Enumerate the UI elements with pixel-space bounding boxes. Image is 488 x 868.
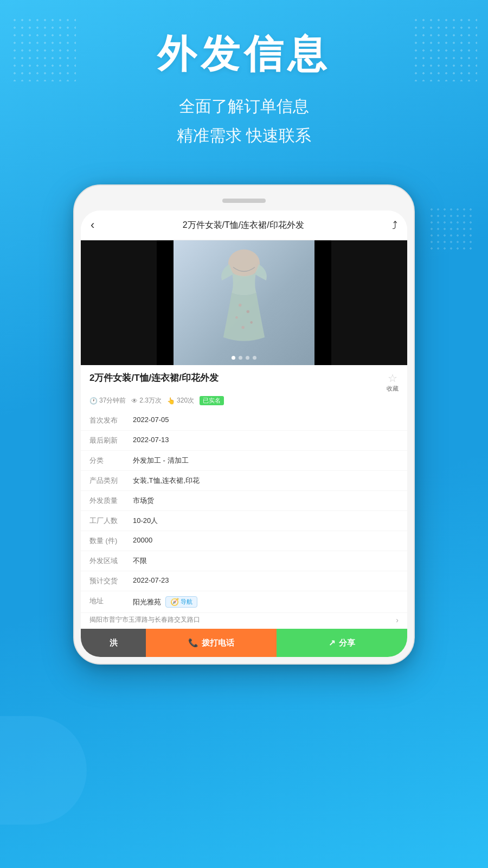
address-sub-text: 揭阳市普宁市玉潭路与长春路交叉路口	[89, 615, 200, 624]
favorite-button[interactable]: ☆ 收藏	[387, 372, 399, 393]
dot-2	[239, 356, 242, 360]
phone-notch-bar	[81, 195, 407, 205]
back-button[interactable]: ‹	[91, 218, 94, 232]
details-table: 首次发布 2022-07-05 最后刷新 2022-07-13 分类 外发加工 …	[81, 411, 407, 629]
views: 2.3万次	[139, 396, 162, 405]
call-icon: 📞	[188, 638, 198, 648]
carousel-main-image	[174, 240, 314, 365]
detail-label-5: 工厂人数	[89, 516, 133, 526]
detail-value-9: 阳光雅苑 🧭 导航	[133, 596, 399, 608]
detail-label-2: 分类	[89, 456, 133, 465]
product-title-row: 2万件女装/T恤/连衣裙/印花外发 ☆ 收藏	[89, 372, 399, 393]
time-meta: 🕐 37分钟前	[89, 396, 126, 405]
navigate-button[interactable]: 🧭 导航	[165, 596, 197, 608]
carousel-dots	[232, 356, 256, 360]
hand-icon: 👆	[167, 397, 175, 405]
detail-row-category: 分类 外发加工 - 清加工	[81, 451, 407, 471]
dots-decoration-br	[428, 206, 472, 250]
svg-point-0	[228, 250, 260, 277]
carousel-black-left	[81, 240, 157, 365]
detail-row-delivery: 预计交货 2022-07-23	[81, 571, 407, 591]
product-title: 2万件女装/T恤/连衣裙/印花外发	[89, 372, 381, 384]
detail-label-7: 外发区域	[89, 556, 133, 566]
carousel-black-right	[331, 240, 407, 365]
time-ago: 37分钟前	[99, 396, 126, 405]
detail-value-4: 市场货	[133, 496, 399, 506]
call-button[interactable]: 📞 拨打电话	[146, 629, 277, 657]
views-meta: 👁 2.3万次	[131, 396, 162, 405]
sub-line1: 全面了解订单信息	[179, 97, 309, 115]
detail-value-1: 2022-07-13	[133, 436, 399, 444]
phone-frame: ‹ 2万件女装/T恤/连衣裙/印花外发 ⤴	[73, 184, 415, 665]
detail-label-4: 外发质量	[89, 496, 133, 506]
verified-badge: 已实名	[200, 396, 224, 405]
dot-4	[253, 356, 256, 360]
sub-title: 全面了解订单信息 精准需求 快速联系	[0, 92, 488, 150]
call-label: 拨打电话	[202, 638, 234, 648]
nav-label: 导航	[181, 598, 192, 606]
favorite-label: 收藏	[387, 385, 399, 393]
phone-mockup: ‹ 2万件女装/T恤/连衣裙/印花外发 ⤴	[73, 184, 415, 665]
detail-value-6: 20000	[133, 536, 399, 544]
address-row: 阳光雅苑 🧭 导航	[133, 596, 399, 608]
detail-row-factory-size: 工厂人数 10-20人	[81, 511, 407, 531]
contact-button[interactable]: 洪	[81, 629, 146, 657]
svg-point-1	[239, 304, 241, 307]
touches: 320次	[177, 396, 194, 405]
product-info-section: 2万件女装/T恤/连衣裙/印花外发 ☆ 收藏 🕐 37分钟前 👁 2.3万次	[81, 365, 407, 410]
app-header: ‹ 2万件女装/T恤/连衣裙/印花外发 ⤴	[81, 210, 407, 240]
share-icon-btn: ↗	[329, 638, 336, 648]
detail-value-5: 10-20人	[133, 516, 399, 526]
share-button[interactable]: ↗ 分享	[277, 629, 407, 657]
nav-icon: 🧭	[170, 598, 179, 606]
star-icon: ☆	[388, 372, 397, 385]
detail-label-8: 预计交货	[89, 576, 133, 586]
detail-row-region: 外发区域 不限	[81, 551, 407, 571]
eye-icon: 👁	[131, 397, 138, 405]
detail-row-quantity: 数量 (件) 20000	[81, 531, 407, 551]
detail-label-6: 数量 (件)	[89, 536, 133, 546]
detail-value-7: 不限	[133, 556, 399, 566]
detail-value-2: 外发加工 - 清加工	[133, 456, 399, 465]
dot-1	[232, 356, 235, 360]
svg-point-2	[247, 310, 249, 313]
bottom-action-bar: 洪 📞 拨打电话 ↗ 分享	[81, 629, 407, 657]
address-name: 阳光雅苑	[133, 597, 161, 607]
share-label: 分享	[339, 638, 355, 648]
detail-row-product-type: 产品类别 女装,T恤,连衣裙,印花	[81, 471, 407, 491]
header-section: 外发信息 全面了解订单信息 精准需求 快速联系	[0, 33, 488, 150]
detail-row-quality: 外发质量 市场货	[81, 491, 407, 511]
detail-label-0: 首次发布	[89, 416, 133, 425]
detail-value-8: 2022-07-23	[133, 576, 399, 584]
main-title: 外发信息	[0, 33, 488, 75]
contact-label: 洪	[110, 638, 118, 648]
touches-meta: 👆 320次	[167, 396, 194, 405]
share-icon[interactable]: ⤴	[392, 219, 397, 232]
svg-point-4	[250, 321, 253, 324]
detail-label-9: 地址	[89, 596, 133, 606]
dress-illustration	[201, 248, 287, 357]
detail-row-first-publish: 首次发布 2022-07-05	[81, 411, 407, 431]
phone-screen: ‹ 2万件女装/T恤/连衣裙/印花外发 ⤴	[81, 210, 407, 657]
detail-row-address: 地址 阳光雅苑 🧭 导航	[81, 591, 407, 613]
phone-notch-pill	[222, 199, 266, 203]
clock-icon: 🕐	[89, 397, 98, 405]
address-sub-row[interactable]: 揭阳市普宁市玉潭路与长春路交叉路口 ›	[81, 613, 407, 629]
detail-value-3: 女装,T恤,连衣裙,印花	[133, 476, 399, 486]
app-title: 2万件女装/T恤/连衣裙/印花外发	[94, 220, 392, 231]
image-carousel	[81, 240, 407, 365]
detail-row-last-refresh: 最后刷新 2022-07-13	[81, 431, 407, 451]
svg-point-3	[235, 316, 238, 319]
svg-point-5	[241, 326, 244, 329]
sub-line2: 精准需求 快速联系	[177, 126, 311, 144]
chevron-right-icon: ›	[396, 616, 399, 624]
detail-label-1: 最后刷新	[89, 436, 133, 445]
detail-value-0: 2022-07-05	[133, 416, 399, 424]
product-meta: 🕐 37分钟前 👁 2.3万次 👆 320次 已实名	[89, 396, 399, 405]
dot-3	[246, 356, 249, 360]
detail-label-3: 产品类别	[89, 476, 133, 486]
